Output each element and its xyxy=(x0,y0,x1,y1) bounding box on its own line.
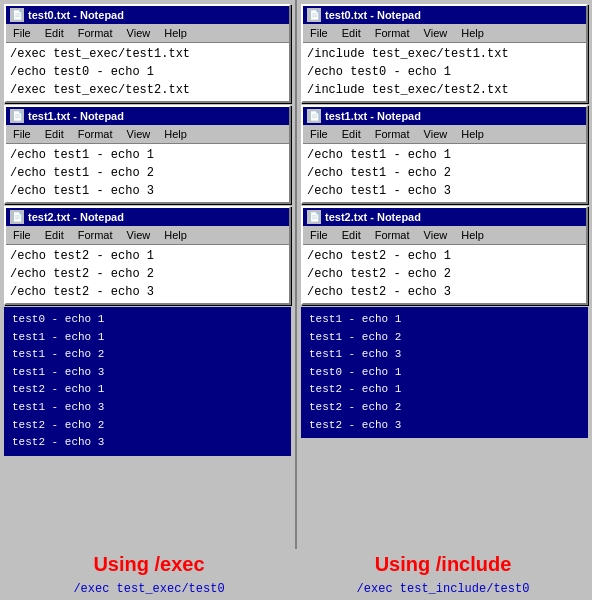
bottom-right: Using /include /exec test_include/test0 xyxy=(298,549,588,596)
notepad-window-1: 📄test1.txt - NotepadFileEditFormatViewHe… xyxy=(4,105,291,204)
menu-item-file[interactable]: File xyxy=(307,26,331,40)
title-bar: 📄test0.txt - Notepad xyxy=(303,6,586,24)
content-line: /echo test2 - echo 3 xyxy=(307,283,582,301)
terminal-line: test2 - echo 2 xyxy=(12,417,283,435)
bottom-left: Using /exec /exec test_exec/test0 xyxy=(4,549,294,596)
title-text: test0.txt - Notepad xyxy=(325,9,421,21)
menu-item-file[interactable]: File xyxy=(307,127,331,141)
menu-item-view[interactable]: View xyxy=(421,26,451,40)
menu-item-file[interactable]: File xyxy=(307,228,331,242)
menu-item-help[interactable]: Help xyxy=(161,228,190,242)
menu-item-file[interactable]: File xyxy=(10,127,34,141)
include-sublabel: /exec test_include/test0 xyxy=(298,582,588,596)
content-line: /echo test2 - echo 3 xyxy=(10,283,285,301)
terminal-line: test2 - echo 3 xyxy=(309,417,580,435)
terminal-line: test1 - echo 1 xyxy=(12,329,283,347)
menu-item-format[interactable]: Format xyxy=(75,127,116,141)
content-line: /echo test2 - echo 2 xyxy=(307,265,582,283)
menu-item-format[interactable]: Format xyxy=(75,228,116,242)
content-area: /include test_exec/test1.txt/echo test0 … xyxy=(303,43,586,101)
menu-item-format[interactable]: Format xyxy=(75,26,116,40)
content-line: /echo test0 - echo 1 xyxy=(307,63,582,81)
menu-bar: FileEditFormatViewHelp xyxy=(303,125,586,144)
terminal-line: test1 - echo 3 xyxy=(12,399,283,417)
menu-item-edit[interactable]: Edit xyxy=(339,127,364,141)
menu-item-edit[interactable]: Edit xyxy=(42,228,67,242)
menu-item-file[interactable]: File xyxy=(10,26,34,40)
notepad-icon: 📄 xyxy=(10,210,24,224)
menu-item-help[interactable]: Help xyxy=(458,127,487,141)
title-bar: 📄test2.txt - Notepad xyxy=(303,208,586,226)
content-area: /echo test2 - echo 1/echo test2 - echo 2… xyxy=(303,245,586,303)
notepad-icon: 📄 xyxy=(10,8,24,22)
terminal-box: test1 - echo 1test1 - echo 2test1 - echo… xyxy=(301,307,588,438)
menu-item-view[interactable]: View xyxy=(124,26,154,40)
content-line: /echo test1 - echo 1 xyxy=(307,146,582,164)
content-line: /include test_exec/test1.txt xyxy=(307,45,582,63)
menu-item-edit[interactable]: Edit xyxy=(339,228,364,242)
terminal-line: test1 - echo 2 xyxy=(12,346,283,364)
menu-item-view[interactable]: View xyxy=(421,127,451,141)
right-column: 📄test0.txt - NotepadFileEditFormatViewHe… xyxy=(297,0,592,549)
notepad-icon: 📄 xyxy=(307,109,321,123)
terminal-line: test1 - echo 2 xyxy=(309,329,580,347)
content-line: /echo test0 - echo 1 xyxy=(10,63,285,81)
terminal-line: test0 - echo 1 xyxy=(12,311,283,329)
menu-bar: FileEditFormatViewHelp xyxy=(6,226,289,245)
content-line: /echo test1 - echo 2 xyxy=(10,164,285,182)
menu-item-view[interactable]: View xyxy=(124,127,154,141)
include-label: Using /include xyxy=(298,549,588,578)
menu-item-help[interactable]: Help xyxy=(458,26,487,40)
content-line: /echo test1 - echo 3 xyxy=(10,182,285,200)
menu-item-help[interactable]: Help xyxy=(161,127,190,141)
content-line: /echo test2 - echo 1 xyxy=(10,247,285,265)
menu-item-format[interactable]: Format xyxy=(372,26,413,40)
menu-item-format[interactable]: Format xyxy=(372,127,413,141)
terminal-box: test0 - echo 1test1 - echo 1test1 - echo… xyxy=(4,307,291,456)
menu-item-file[interactable]: File xyxy=(10,228,34,242)
notepad-icon: 📄 xyxy=(307,210,321,224)
menu-bar: FileEditFormatViewHelp xyxy=(303,24,586,43)
content-area: /echo test2 - echo 1/echo test2 - echo 2… xyxy=(6,245,289,303)
terminal-line: test1 - echo 3 xyxy=(12,364,283,382)
content-line: /include test_exec/test2.txt xyxy=(307,81,582,99)
exec-label: Using /exec xyxy=(4,549,294,578)
menu-item-view[interactable]: View xyxy=(124,228,154,242)
menu-item-help[interactable]: Help xyxy=(458,228,487,242)
content-line: /exec test_exec/test2.txt xyxy=(10,81,285,99)
title-text: test1.txt - Notepad xyxy=(325,110,421,122)
content-line: /echo test1 - echo 2 xyxy=(307,164,582,182)
terminal-line: test2 - echo 1 xyxy=(309,381,580,399)
left-column: 📄test0.txt - NotepadFileEditFormatViewHe… xyxy=(0,0,295,549)
content-line: /echo test2 - echo 2 xyxy=(10,265,285,283)
menu-item-edit[interactable]: Edit xyxy=(42,26,67,40)
title-bar: 📄test2.txt - Notepad xyxy=(6,208,289,226)
title-text: test1.txt - Notepad xyxy=(28,110,124,122)
title-bar: 📄test0.txt - Notepad xyxy=(6,6,289,24)
menu-item-help[interactable]: Help xyxy=(161,26,190,40)
menu-item-format[interactable]: Format xyxy=(372,228,413,242)
content-line: /echo test2 - echo 1 xyxy=(307,247,582,265)
title-text: test2.txt - Notepad xyxy=(325,211,421,223)
notepad-icon: 📄 xyxy=(307,8,321,22)
notepad-window-1: 📄test1.txt - NotepadFileEditFormatViewHe… xyxy=(301,105,588,204)
terminal-line: test1 - echo 3 xyxy=(309,346,580,364)
content-line: /echo test1 - echo 1 xyxy=(10,146,285,164)
terminal-line: test2 - echo 2 xyxy=(309,399,580,417)
terminal-line: test2 - echo 3 xyxy=(12,434,283,452)
content-area: /echo test1 - echo 1/echo test1 - echo 2… xyxy=(303,144,586,202)
title-text: test2.txt - Notepad xyxy=(28,211,124,223)
menu-bar: FileEditFormatViewHelp xyxy=(6,125,289,144)
menu-item-edit[interactable]: Edit xyxy=(42,127,67,141)
bottom-area: Using /exec /exec test_exec/test0 Using … xyxy=(0,549,592,600)
content-area: /exec test_exec/test1.txt/echo test0 - e… xyxy=(6,43,289,101)
notepad-window-2: 📄test2.txt - NotepadFileEditFormatViewHe… xyxy=(301,206,588,305)
title-bar: 📄test1.txt - Notepad xyxy=(303,107,586,125)
menu-item-view[interactable]: View xyxy=(421,228,451,242)
terminal-line: test2 - echo 1 xyxy=(12,381,283,399)
notepad-window-2: 📄test2.txt - NotepadFileEditFormatViewHe… xyxy=(4,206,291,305)
menu-item-edit[interactable]: Edit xyxy=(339,26,364,40)
content-line: /exec test_exec/test1.txt xyxy=(10,45,285,63)
content-area: /echo test1 - echo 1/echo test1 - echo 2… xyxy=(6,144,289,202)
content-line: /echo test1 - echo 3 xyxy=(307,182,582,200)
